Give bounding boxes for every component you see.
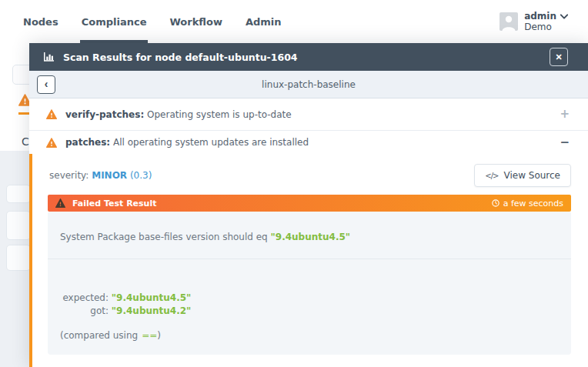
compare-line: (compared using==) — [60, 329, 559, 342]
banner-right: a few seconds — [492, 199, 563, 209]
test-result-title: System Package base-files version should… — [48, 212, 571, 259]
active-tab-underline — [18, 112, 30, 115]
background-card — [6, 211, 31, 240]
control-detail-panel: severity: MINOR (0.3) </> View Source Fa… — [29, 154, 588, 367]
expected-value-inline: "9.4ubuntu4.5" — [271, 232, 351, 242]
background-card — [6, 245, 31, 271]
top-nav: Nodes Compliance Workflow Admin admin De… — [0, 0, 588, 43]
expected-value: "9.4ubuntu4.5" — [112, 292, 192, 303]
severity-value: MINOR — [92, 170, 127, 181]
close-button[interactable]: ✕ — [550, 48, 568, 66]
banner-left: Failed Test Result — [55, 199, 156, 209]
got-line: got: "9.4ubuntu4.2" — [60, 305, 559, 318]
background-partial-text: C — [22, 135, 29, 148]
got-value: "9.4ubuntu4.2" — [112, 305, 192, 316]
screen: C Nodes Compliance Workflow Admin admin … — [0, 0, 588, 367]
user-info: admin Demo — [524, 11, 568, 32]
nav-item-admin[interactable]: Admin — [246, 0, 282, 43]
collapse-icon[interactable]: − — [560, 137, 570, 148]
user-name-label: admin — [524, 11, 556, 22]
chevron-down-icon — [560, 14, 568, 19]
expected-label: expected: — [60, 292, 109, 305]
nav-menu: Nodes Compliance Workflow Admin — [23, 0, 282, 43]
modal-subheader: ‹ linux-patch-baseline — [29, 71, 588, 98]
code-icon: </> — [485, 172, 498, 180]
control-title: verify-patches: Operating system is up-t… — [65, 109, 560, 120]
control-id: verify-patches: — [65, 109, 144, 120]
severity-label: severity: — [49, 170, 89, 181]
clock-icon — [492, 199, 499, 207]
control-id: patches: — [65, 137, 110, 148]
avatar — [499, 12, 518, 31]
nav-item-nodes[interactable]: Nodes — [23, 0, 58, 43]
profile-name: linux-patch-baseline — [29, 79, 588, 90]
nav-item-workflow[interactable]: Workflow — [169, 0, 222, 43]
banner-title: Failed Test Result — [72, 199, 156, 209]
bar-chart-icon — [43, 52, 55, 62]
user-menu[interactable]: admin Demo — [499, 11, 568, 32]
warning-triangle-icon — [46, 109, 57, 119]
user-name: admin — [524, 11, 568, 22]
warning-triangle-icon — [46, 138, 57, 148]
view-source-label: View Source — [503, 170, 560, 181]
nav-item-compliance[interactable]: Compliance — [82, 0, 147, 43]
expand-icon[interactable]: + — [560, 108, 570, 120]
test-description: System Package base-files version should… — [60, 232, 268, 242]
severity-row: severity: MINOR (0.3) </> View Source — [48, 154, 571, 195]
severity-text: severity: MINOR (0.3) — [49, 170, 152, 181]
compare-prefix: (compared using — [60, 330, 138, 341]
background-card — [6, 185, 31, 203]
control-row-patches[interactable]: patches: All operating system updates ar… — [29, 131, 588, 154]
control-row-verify-patches[interactable]: verify-patches: Operating system is up-t… — [29, 98, 588, 131]
severity-score: (0.3) — [130, 170, 152, 181]
warning-triangle-icon — [55, 199, 65, 208]
modal-title: Scan Results for node default-ubuntu-160… — [63, 52, 550, 63]
control-title: patches: All operating system updates ar… — [65, 137, 560, 148]
banner-time: a few seconds — [503, 199, 563, 209]
scan-results-modal: Scan Results for node default-ubuntu-160… — [29, 43, 588, 367]
got-label: got: — [60, 305, 109, 318]
compare-operator: == — [142, 330, 157, 341]
compare-suffix: ) — [157, 330, 161, 341]
modal-header: Scan Results for node default-ubuntu-160… — [29, 43, 588, 71]
expected-line: expected: "9.4ubuntu4.5" — [60, 292, 559, 305]
control-desc: Operating system is up-to-date — [147, 109, 292, 120]
control-desc: All operating system updates are install… — [113, 137, 309, 148]
test-result-details: expected: "9.4ubuntu4.5" got: "9.4ubuntu… — [48, 259, 571, 355]
failed-test-banner: Failed Test Result a few seconds — [48, 195, 571, 212]
view-source-button[interactable]: </> View Source — [474, 164, 571, 187]
user-org-label: Demo — [524, 22, 568, 32]
